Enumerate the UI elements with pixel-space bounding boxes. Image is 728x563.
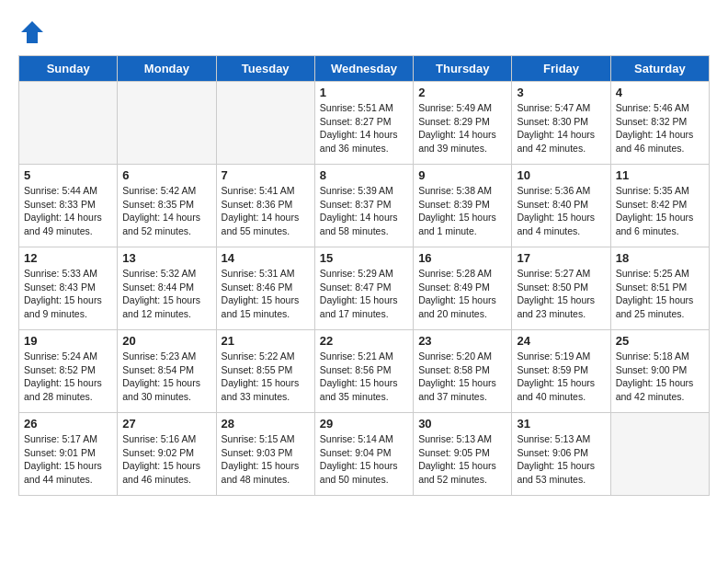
- day-info: Sunrise: 5:15 AMSunset: 9:03 PMDaylight:…: [222, 432, 310, 487]
- day-info: Sunrise: 5:33 AMSunset: 8:43 PMDaylight:…: [24, 267, 112, 321]
- day-number: 23: [418, 334, 506, 348]
- calendar-cell: [216, 82, 314, 165]
- day-info: Sunrise: 5:31 AMSunset: 8:46 PMDaylight:…: [222, 267, 310, 321]
- logo-icon: [18, 18, 46, 46]
- calendar-cell: 6Sunrise: 5:42 AMSunset: 8:35 PMDaylight…: [118, 165, 216, 247]
- calendar-cell: 12Sunrise: 5:33 AMSunset: 8:43 PMDayligh…: [19, 247, 118, 330]
- day-number: 31: [517, 417, 605, 431]
- calendar-cell: 31Sunrise: 5:13 AMSunset: 9:06 PMDayligh…: [512, 413, 610, 496]
- day-info: Sunrise: 5:35 AMSunset: 8:42 PMDaylight:…: [616, 184, 704, 238]
- header-thursday: Thursday: [414, 56, 512, 82]
- day-info: Sunrise: 5:28 AMSunset: 8:49 PMDaylight:…: [418, 267, 506, 321]
- calendar-cell: 18Sunrise: 5:25 AMSunset: 8:51 PMDayligh…: [610, 247, 709, 330]
- calendar-week-row: 5Sunrise: 5:44 AMSunset: 8:33 PMDaylight…: [19, 165, 710, 247]
- calendar-cell: [610, 413, 709, 496]
- header-sunday: Sunday: [19, 56, 118, 82]
- day-number: 18: [616, 251, 704, 265]
- calendar-week-row: 19Sunrise: 5:24 AMSunset: 8:52 PMDayligh…: [19, 330, 710, 413]
- day-number: 11: [616, 168, 704, 182]
- day-info: Sunrise: 5:27 AMSunset: 8:50 PMDaylight:…: [517, 267, 605, 321]
- day-number: 1: [320, 86, 408, 99]
- day-number: 19: [24, 334, 112, 348]
- day-info: Sunrise: 5:49 AMSunset: 8:29 PMDaylight:…: [418, 101, 506, 155]
- calendar-cell: 14Sunrise: 5:31 AMSunset: 8:46 PMDayligh…: [216, 247, 314, 330]
- header-wednesday: Wednesday: [314, 56, 413, 82]
- calendar-cell: 7Sunrise: 5:41 AMSunset: 8:36 PMDaylight…: [216, 165, 314, 247]
- calendar-week-row: 26Sunrise: 5:17 AMSunset: 9:01 PMDayligh…: [19, 413, 710, 496]
- calendar-cell: [19, 82, 118, 165]
- day-number: 7: [222, 168, 310, 182]
- day-number: 21: [222, 334, 310, 348]
- day-number: 13: [122, 251, 210, 265]
- calendar-cell: [118, 82, 216, 165]
- calendar-header-row: SundayMondayTuesdayWednesdayThursdayFrid…: [19, 56, 710, 82]
- calendar-cell: 24Sunrise: 5:19 AMSunset: 8:59 PMDayligh…: [512, 330, 610, 413]
- day-info: Sunrise: 5:17 AMSunset: 9:01 PMDaylight:…: [24, 432, 112, 487]
- day-info: Sunrise: 5:16 AMSunset: 9:02 PMDaylight:…: [122, 432, 210, 487]
- day-info: Sunrise: 5:39 AMSunset: 8:37 PMDaylight:…: [320, 184, 408, 238]
- day-number: 20: [122, 334, 210, 348]
- calendar-cell: 13Sunrise: 5:32 AMSunset: 8:44 PMDayligh…: [118, 247, 216, 330]
- day-number: 24: [517, 334, 605, 348]
- day-number: 30: [418, 417, 506, 431]
- calendar-cell: 5Sunrise: 5:44 AMSunset: 8:33 PMDaylight…: [19, 165, 118, 247]
- calendar-cell: 19Sunrise: 5:24 AMSunset: 8:52 PMDayligh…: [19, 330, 118, 413]
- header-tuesday: Tuesday: [216, 56, 314, 82]
- day-info: Sunrise: 5:23 AMSunset: 8:54 PMDaylight:…: [122, 350, 210, 404]
- calendar-cell: 11Sunrise: 5:35 AMSunset: 8:42 PMDayligh…: [610, 165, 709, 247]
- day-number: 26: [24, 417, 112, 431]
- calendar-cell: 25Sunrise: 5:18 AMSunset: 9:00 PMDayligh…: [610, 330, 709, 413]
- svg-marker-0: [21, 21, 43, 43]
- day-info: Sunrise: 5:51 AMSunset: 8:27 PMDaylight:…: [320, 101, 408, 155]
- calendar-cell: 9Sunrise: 5:38 AMSunset: 8:39 PMDaylight…: [414, 165, 512, 247]
- calendar-cell: 20Sunrise: 5:23 AMSunset: 8:54 PMDayligh…: [118, 330, 216, 413]
- day-info: Sunrise: 5:25 AMSunset: 8:51 PMDaylight:…: [616, 267, 704, 321]
- day-info: Sunrise: 5:13 AMSunset: 9:06 PMDaylight:…: [517, 432, 605, 487]
- day-number: 9: [418, 168, 506, 182]
- day-info: Sunrise: 5:38 AMSunset: 8:39 PMDaylight:…: [418, 184, 506, 238]
- calendar-cell: 8Sunrise: 5:39 AMSunset: 8:37 PMDaylight…: [314, 165, 413, 247]
- day-info: Sunrise: 5:42 AMSunset: 8:35 PMDaylight:…: [122, 184, 210, 238]
- day-info: Sunrise: 5:18 AMSunset: 9:00 PMDaylight:…: [616, 350, 704, 404]
- page-header: [18, 18, 710, 46]
- calendar-cell: 17Sunrise: 5:27 AMSunset: 8:50 PMDayligh…: [512, 247, 610, 330]
- day-info: Sunrise: 5:41 AMSunset: 8:36 PMDaylight:…: [222, 184, 310, 238]
- calendar-cell: 21Sunrise: 5:22 AMSunset: 8:55 PMDayligh…: [216, 330, 314, 413]
- calendar-cell: 28Sunrise: 5:15 AMSunset: 9:03 PMDayligh…: [216, 413, 314, 496]
- calendar-cell: 26Sunrise: 5:17 AMSunset: 9:01 PMDayligh…: [19, 413, 118, 496]
- header-friday: Friday: [512, 56, 610, 82]
- calendar-cell: 23Sunrise: 5:20 AMSunset: 8:58 PMDayligh…: [414, 330, 512, 413]
- calendar-cell: 1Sunrise: 5:51 AMSunset: 8:27 PMDaylight…: [314, 82, 413, 165]
- day-info: Sunrise: 5:36 AMSunset: 8:40 PMDaylight:…: [517, 184, 605, 238]
- calendar-cell: 2Sunrise: 5:49 AMSunset: 8:29 PMDaylight…: [414, 82, 512, 165]
- calendar-cell: 29Sunrise: 5:14 AMSunset: 9:04 PMDayligh…: [314, 413, 413, 496]
- day-number: 3: [517, 86, 605, 99]
- day-number: 29: [320, 417, 408, 431]
- logo: [18, 18, 50, 46]
- day-number: 28: [222, 417, 310, 431]
- day-number: 2: [418, 86, 506, 99]
- day-info: Sunrise: 5:19 AMSunset: 8:59 PMDaylight:…: [517, 350, 605, 404]
- day-number: 15: [320, 251, 408, 265]
- day-number: 17: [517, 251, 605, 265]
- day-number: 27: [122, 417, 210, 431]
- day-number: 8: [320, 168, 408, 182]
- day-number: 12: [24, 251, 112, 265]
- calendar-cell: 16Sunrise: 5:28 AMSunset: 8:49 PMDayligh…: [414, 247, 512, 330]
- calendar-cell: 30Sunrise: 5:13 AMSunset: 9:05 PMDayligh…: [414, 413, 512, 496]
- day-info: Sunrise: 5:47 AMSunset: 8:30 PMDaylight:…: [517, 101, 605, 155]
- day-info: Sunrise: 5:24 AMSunset: 8:52 PMDaylight:…: [24, 350, 112, 404]
- day-number: 4: [616, 86, 704, 99]
- header-saturday: Saturday: [610, 56, 709, 82]
- day-number: 22: [320, 334, 408, 348]
- calendar-cell: 27Sunrise: 5:16 AMSunset: 9:02 PMDayligh…: [118, 413, 216, 496]
- calendar-cell: 3Sunrise: 5:47 AMSunset: 8:30 PMDaylight…: [512, 82, 610, 165]
- calendar-cell: 4Sunrise: 5:46 AMSunset: 8:32 PMDaylight…: [610, 82, 709, 165]
- calendar-cell: 15Sunrise: 5:29 AMSunset: 8:47 PMDayligh…: [314, 247, 413, 330]
- day-number: 14: [222, 251, 310, 265]
- day-info: Sunrise: 5:21 AMSunset: 8:56 PMDaylight:…: [320, 350, 408, 404]
- day-number: 25: [616, 334, 704, 348]
- day-info: Sunrise: 5:46 AMSunset: 8:32 PMDaylight:…: [616, 101, 704, 155]
- day-info: Sunrise: 5:13 AMSunset: 9:05 PMDaylight:…: [418, 432, 506, 487]
- day-number: 10: [517, 168, 605, 182]
